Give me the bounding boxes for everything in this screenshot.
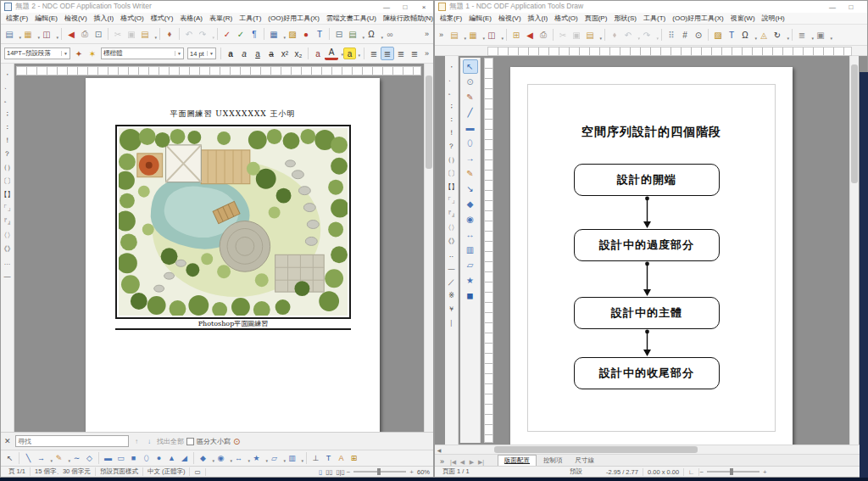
menu-help[interactable]: 說明(H) — [759, 14, 788, 23]
align-left-icon[interactable]: ≣ — [367, 47, 381, 60]
export-pdf-icon[interactable]: ◀ — [523, 28, 537, 42]
special-character-icon[interactable]: Ω — [738, 28, 752, 42]
ellipse-tool-icon[interactable]: ⬯ — [463, 136, 478, 150]
scroll-left-icon[interactable]: ◀ — [435, 447, 443, 453]
close-button[interactable]: × — [415, 1, 433, 13]
insert-chart-icon[interactable]: ● — [299, 27, 313, 41]
formatting-marks-icon[interactable]: ¶ — [248, 27, 261, 41]
align-right-icon[interactable]: ≣ — [394, 47, 408, 60]
insert-image-icon[interactable]: ▨ — [286, 27, 299, 41]
writer-vertical-scrollbar[interactable] — [424, 64, 433, 432]
punctuation-button[interactable]: （） — [446, 153, 457, 166]
last-layer-icon[interactable]: ▶| — [476, 459, 486, 466]
zoom-out-button[interactable]: − — [347, 468, 351, 476]
flowchart-box-3[interactable]: 設計中的主體 — [574, 297, 720, 329]
menu-edit[interactable]: 編輯(E) — [31, 14, 61, 23]
italic-icon[interactable]: a — [237, 47, 251, 60]
line-tool-icon[interactable]: ╱ — [463, 105, 478, 120]
punctuation-button[interactable]: ： — [2, 120, 13, 133]
zoom-fit-icon[interactable]: ∟ — [684, 468, 699, 476]
punctuation-button[interactable]: 〔〕 — [2, 174, 13, 187]
status-object-size[interactable]: 0.00 x 0.00 — [643, 468, 684, 476]
status-page-style[interactable]: 預設 — [565, 467, 587, 476]
circle-tool-icon[interactable]: ● — [153, 452, 165, 464]
menu-insert[interactable]: 插入(I) — [91, 14, 118, 23]
select-tool-icon[interactable]: ↖ — [3, 452, 16, 464]
menu-view[interactable]: 檢視(V) — [495, 14, 525, 23]
punctuation-button[interactable]: ／ — [446, 275, 457, 288]
punctuation-button[interactable]: ｜ — [446, 316, 457, 329]
punctuation-button[interactable]: 、 — [2, 79, 13, 92]
find-input[interactable] — [15, 435, 129, 447]
new-document-icon[interactable]: ▤ — [3, 27, 16, 41]
menu-doc-tools[interactable]: 雲端文書工具(U) — [323, 14, 380, 23]
punctuation-button[interactable]: 。 — [2, 92, 13, 106]
flowchart-shapes-icon[interactable]: ▥ — [463, 243, 478, 257]
ellipse-tool-icon[interactable]: ⬯ — [140, 452, 153, 464]
menu-form[interactable]: 表單(R) — [206, 14, 236, 23]
paste-icon[interactable]: ▤ — [583, 28, 597, 42]
status-page[interactable]: 頁 1/1 — [4, 467, 31, 476]
rounded-rectangle-tool-icon[interactable]: ▭ — [114, 452, 127, 464]
zoom-icon[interactable]: ⊙ — [692, 28, 705, 42]
right-triangle-tool-icon[interactable]: ◢ — [178, 452, 191, 464]
freeform-tool-icon[interactable]: ∼ — [70, 452, 83, 464]
zoom-slider[interactable] — [707, 471, 760, 473]
layer-tab-2[interactable]: 控制項 — [537, 456, 569, 466]
new-style-icon[interactable]: ✶ — [86, 47, 99, 60]
align-objects-icon[interactable]: ≣ — [795, 28, 809, 42]
insert-textbox-icon[interactable]: T — [322, 452, 335, 464]
display-grid-icon[interactable]: ⠿ — [665, 28, 678, 42]
punctuation-button[interactable]: 『』 — [2, 215, 13, 228]
flowchart-connector-1[interactable] — [642, 196, 653, 229]
punctuation-button[interactable]: ： — [446, 112, 457, 126]
paste-icon[interactable]: ▤ — [138, 27, 152, 41]
cut-icon[interactable]: ✂ — [111, 27, 125, 41]
export-icon[interactable]: ⊞ — [509, 28, 523, 42]
redo-icon[interactable]: ↷ — [640, 28, 654, 42]
punctuation-button[interactable]: ※ — [446, 288, 457, 302]
menu-insert[interactable]: 插入(I) — [525, 14, 552, 23]
zoom-slider-knob[interactable] — [377, 468, 381, 475]
rectangle-tool-icon[interactable]: ▬ — [463, 120, 478, 135]
toolbar-overflow-button[interactable]: » — [422, 49, 431, 58]
block-arrows-icon[interactable]: ↔ — [463, 227, 478, 242]
maximize-button[interactable]: □ — [842, 1, 860, 13]
view-book-icon[interactable]: ▯|▯ — [334, 468, 346, 476]
hyperlink-icon[interactable]: ∞ — [383, 27, 397, 41]
transformations-icon[interactable]: ◬ — [757, 28, 771, 42]
flowchart-connector-2[interactable] — [642, 261, 653, 297]
clone-formatting-icon[interactable]: ⬧ — [163, 27, 176, 41]
font-name-combo[interactable]: 標楷體▼ — [101, 48, 184, 59]
writer-page[interactable]: 平面圖練習 UXXXXXXX 王小明 — [86, 78, 380, 432]
punctuation-button[interactable]: 《》 — [446, 234, 457, 248]
insert-textbox-icon[interactable]: T — [313, 27, 326, 41]
insert-frame-icon[interactable]: ⊞ — [348, 452, 360, 464]
open-icon[interactable]: ▦ — [466, 28, 480, 42]
copy-icon[interactable]: ▣ — [125, 27, 138, 41]
layer-tab-1[interactable]: 版面配置 — [498, 455, 537, 466]
menu-table[interactable]: 表格(A) — [176, 14, 206, 23]
menu-admin-tools[interactable]: 陳核行政輔助(N) — [380, 14, 433, 23]
arrange-icon[interactable]: ▣ — [814, 28, 827, 42]
scrollbar-thumb[interactable] — [851, 64, 858, 183]
punctuation-button[interactable]: ？ — [446, 139, 457, 153]
menu-oo-tools[interactable]: (OO)好用工具(X) — [264, 14, 322, 23]
match-case-checkbox[interactable] — [186, 438, 194, 445]
find-previous-button[interactable]: ↑ — [131, 438, 142, 445]
edit-points-icon[interactable]: ✎ — [463, 90, 478, 104]
optionsbar-overflow-button[interactable]: » — [437, 457, 447, 466]
status-page[interactable]: 頁面 1 / 1 — [438, 467, 506, 476]
punctuation-button[interactable]: ！ — [2, 133, 13, 147]
status-word-count[interactable]: 15 個字、30 個字元 — [31, 467, 96, 476]
zoom-level[interactable]: 60% — [414, 468, 430, 476]
save-icon[interactable]: ◫ — [485, 28, 498, 42]
basic-shapes-icon[interactable]: ◆ — [197, 452, 209, 464]
rectangle-tool-icon[interactable]: ▬ — [102, 452, 114, 464]
draw-page[interactable]: 空間序列設計的四個階段 設計的開端設計中的過度部分設計中的主體設計中的收尾部分 — [510, 67, 793, 445]
punctuation-button[interactable]: ￥ — [446, 302, 457, 316]
horizontal-ruler[interactable] — [487, 47, 852, 56]
vertical-text-icon[interactable]: ⊥ — [309, 452, 322, 464]
zoom-out-button[interactable]: − — [699, 468, 704, 476]
punctuation-button[interactable]: 〈〉 — [2, 228, 13, 242]
